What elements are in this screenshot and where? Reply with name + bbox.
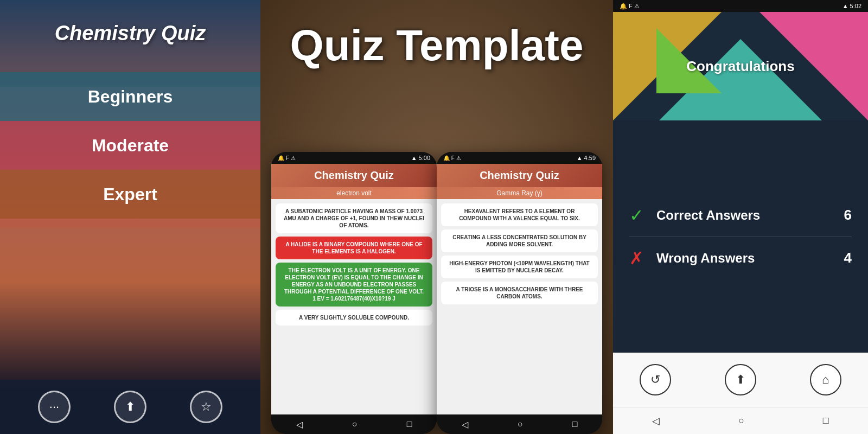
phone1-nav-bar: ◁ ○ □: [271, 414, 437, 434]
correct-value: 6: [844, 207, 852, 224]
menu-item-beginners[interactable]: Beginners: [0, 72, 260, 121]
right-recents-icon[interactable]: □: [823, 415, 829, 426]
phone2-answer-4[interactable]: A TRIOSE IS A MONOSACCHARIDE WITH THREE …: [441, 282, 598, 304]
right-status-right: ▲ 5:02: [843, 3, 861, 9]
phone2-recents-icon[interactable]: □: [572, 419, 578, 429]
phone1-home-icon[interactable]: ○: [352, 419, 358, 429]
right-status-bar: 🔔 F ⚠ ▲ 5:02: [613, 0, 868, 12]
replay-button[interactable]: ↺: [640, 364, 671, 395]
right-share-button[interactable]: ⬆: [725, 364, 756, 395]
left-bottom-bar: ··· ⬆ ☆: [0, 380, 260, 434]
star-icon: ☆: [201, 400, 212, 414]
wrong-value: 4: [844, 250, 852, 266]
left-menu: Beginners Moderate Expert: [0, 72, 260, 219]
menu-item-moderate[interactable]: Moderate: [0, 121, 260, 170]
phone2-subtitle: Gamma Ray (γ): [437, 187, 602, 199]
phone1-answer-4[interactable]: A VERY SLIGHTLY SOLUBLE COMPOUND.: [276, 310, 432, 326]
menu-item-expert[interactable]: Expert: [0, 170, 260, 219]
replay-icon: ↺: [650, 373, 660, 387]
center-section: Quiz Template 🔔 F ⚠ ▲ 5:00 Chemistry Qui…: [260, 0, 613, 434]
phone1-title: Chemistry Quiz: [279, 169, 429, 182]
favorite-button[interactable]: ☆: [190, 391, 222, 423]
checkmark-icon: ✓: [629, 205, 656, 226]
right-back-icon[interactable]: ◁: [652, 415, 660, 427]
phone1-answer-3[interactable]: THE ELECTRON VOLT IS A UNIT OF ENERGY. O…: [276, 263, 432, 307]
phone1-status-left: 🔔 F ⚠: [278, 155, 296, 161]
phone1-status-right: ▲ 5:00: [411, 155, 430, 161]
dots-icon: ···: [49, 400, 59, 414]
right-action-bar: ↺ ⬆ ⌂: [613, 353, 868, 407]
share-icon: ⬆: [125, 400, 135, 414]
phone1-recents-icon[interactable]: □: [407, 419, 412, 429]
phone2-answers: HEXAVALENT REFERS TO A ELEMENT OR COMPOU…: [437, 199, 602, 414]
phone2-content: Chemistry Quiz Gamma Ray (γ) HEXAVALENT …: [437, 164, 602, 414]
phone2-title: Chemistry Quiz: [444, 169, 595, 182]
phone2-back-icon[interactable]: ◁: [462, 419, 468, 430]
right-share-icon: ⬆: [736, 373, 745, 387]
phone2-answer-1[interactable]: HEXAVALENT REFERS TO A ELEMENT OR COMPOU…: [441, 203, 598, 226]
correct-label: Correct Answers: [656, 208, 844, 223]
phone1-back-icon[interactable]: ◁: [296, 419, 303, 430]
share-button[interactable]: ⬆: [114, 391, 146, 423]
congrats-title: Congratulations: [686, 58, 794, 75]
phone-mockups-container: 🔔 F ⚠ ▲ 5:00 Chemistry Quiz electron vol…: [260, 152, 613, 434]
phone1-answer-1[interactable]: A SUBATOMIC PARTICLE HAVING A MASS OF 1.…: [276, 203, 432, 233]
home-icon: ⌂: [822, 373, 829, 387]
left-phone-screen: Chemistry Quiz Beginners Moderate Expert…: [0, 0, 260, 434]
more-button[interactable]: ···: [38, 391, 71, 423]
phone2-status-right: ▲ 4:59: [577, 155, 596, 161]
main-title: Quiz Template: [290, 22, 584, 69]
phone2-answer-3[interactable]: HIGH-ENERGY PHOTON (<10PM WAVELENGTH) TH…: [441, 256, 598, 278]
phone1-answer-2[interactable]: A HALIDE IS A BINARY COMPOUND WHERE ONE …: [276, 237, 432, 259]
phone1-subtitle: electron volt: [271, 187, 437, 199]
phone1-answers: A SUBATOMIC PARTICLE HAVING A MASS OF 1.…: [271, 199, 437, 414]
cross-icon: ✗: [629, 248, 656, 269]
phone-mockup-2: 🔔 F ⚠ ▲ 4:59 Chemistry Quiz Gamma Ray (γ…: [437, 152, 602, 434]
right-nav-bar: ◁ ○ □: [613, 407, 868, 434]
right-status-left: 🔔 F ⚠: [620, 3, 640, 10]
phone1-status-bar: 🔔 F ⚠ ▲ 5:00: [271, 152, 437, 164]
scores-section: ✓ Correct Answers 6 ✗ Wrong Answers 4: [613, 120, 868, 353]
phone1-content: Chemistry Quiz electron volt A SUBATOMIC…: [271, 164, 437, 414]
phone1-header: Chemistry Quiz: [271, 164, 437, 187]
wrong-answers-row: ✗ Wrong Answers 4: [629, 237, 852, 279]
phone2-answer-2[interactable]: CREATING A LESS CONCENTRATED SOLUTION BY…: [441, 229, 598, 252]
phone2-header: Chemistry Quiz: [437, 164, 602, 187]
left-app-title: Chemistry Quiz: [0, 0, 260, 56]
phone2-nav-bar: ◁ ○ □: [437, 414, 602, 434]
phone2-home-icon[interactable]: ○: [518, 419, 523, 429]
home-button[interactable]: ⌂: [810, 364, 841, 395]
correct-answers-row: ✓ Correct Answers 6: [629, 194, 852, 237]
right-results-screen: 🔔 F ⚠ ▲ 5:02 Congratulations ✓ Correct A…: [613, 0, 868, 434]
congrats-header: Congratulations: [613, 12, 868, 120]
phone-mockup-1: 🔔 F ⚠ ▲ 5:00 Chemistry Quiz electron vol…: [271, 152, 437, 434]
right-home-nav-icon[interactable]: ○: [738, 415, 744, 426]
wrong-label: Wrong Answers: [656, 251, 844, 266]
phone2-status-bar: 🔔 F ⚠ ▲ 4:59: [437, 152, 602, 164]
phone2-status-left: 🔔 F ⚠: [443, 155, 461, 161]
